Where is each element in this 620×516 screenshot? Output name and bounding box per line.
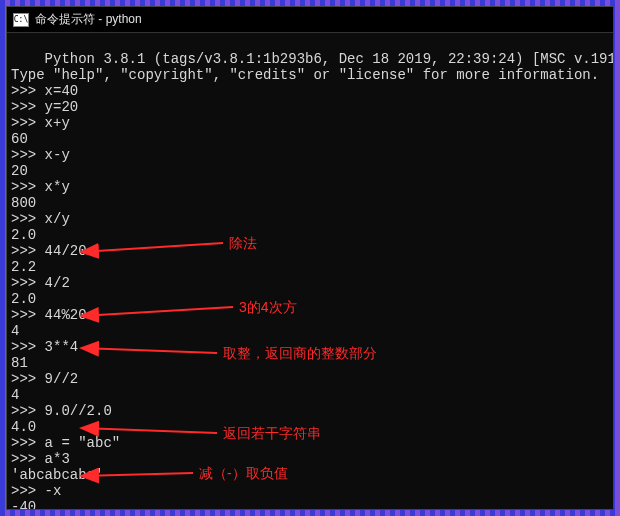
- repl-line: 4: [11, 387, 19, 403]
- repl-line: 4.0: [11, 419, 36, 435]
- annotation-label: 除法: [229, 235, 257, 251]
- annotation-arrow: [81, 428, 217, 433]
- repl-line: -40: [11, 499, 36, 509]
- banner-line: Python 3.8.1 (tags/v3.8.1:1b293b6, Dec 1…: [45, 51, 613, 67]
- repl-line: >>> 44/20: [11, 243, 87, 259]
- repl-line: >>> 3**4: [11, 339, 78, 355]
- repl-line: >>> 9.0//2.0: [11, 403, 112, 419]
- cmd-window: C:\ 命令提示符 - python Python 3.8.1 (tags/v3…: [6, 6, 614, 510]
- repl-line: >>> a = "abc": [11, 435, 120, 451]
- terminal[interactable]: Python 3.8.1 (tags/v3.8.1:1b293b6, Dec 1…: [7, 33, 613, 509]
- repl-line: >>> a*3: [11, 451, 70, 467]
- cmd-icon: C:\: [13, 13, 29, 27]
- repl-line: 2.0: [11, 291, 36, 307]
- annotation-label: 取整，返回商的整数部分: [223, 345, 377, 361]
- repl-line: >>> x*y: [11, 179, 70, 195]
- annotation-arrow: [81, 307, 233, 316]
- repl-line: 81: [11, 355, 28, 371]
- repl-line: 2.2: [11, 259, 36, 275]
- repl-line: >>> x-y: [11, 147, 70, 163]
- annotation-label: 返回若干字符串: [223, 425, 321, 441]
- repl-line: 800: [11, 195, 36, 211]
- repl-line: 2.0: [11, 227, 36, 243]
- repl-line: 60: [11, 131, 28, 147]
- repl-line: >>> 9//2: [11, 371, 78, 387]
- titlebar[interactable]: C:\ 命令提示符 - python: [7, 7, 613, 33]
- repl-line: >>> x+y: [11, 115, 70, 131]
- annotation-label: 3的4次方: [239, 299, 297, 315]
- repl-line: 'abcabcabc': [11, 467, 103, 483]
- repl-line: >>> y=20: [11, 99, 78, 115]
- annotation-label: 减（-）取负值: [199, 465, 288, 481]
- repl-line: 4: [11, 323, 19, 339]
- window-title: 命令提示符 - python: [35, 11, 142, 28]
- banner-line: Type "help", "copyright", "credits" or "…: [11, 67, 599, 83]
- repl-line: >>> x/y: [11, 211, 70, 227]
- repl-line: >>> 4/2: [11, 275, 70, 291]
- repl-line: 20: [11, 163, 28, 179]
- repl-line: >>> x=40: [11, 83, 78, 99]
- repl-line: >>> 44%20: [11, 307, 87, 323]
- repl-line: >>> -x: [11, 483, 61, 499]
- annotation-arrow: [81, 243, 223, 252]
- annotation-arrow: [81, 348, 217, 353]
